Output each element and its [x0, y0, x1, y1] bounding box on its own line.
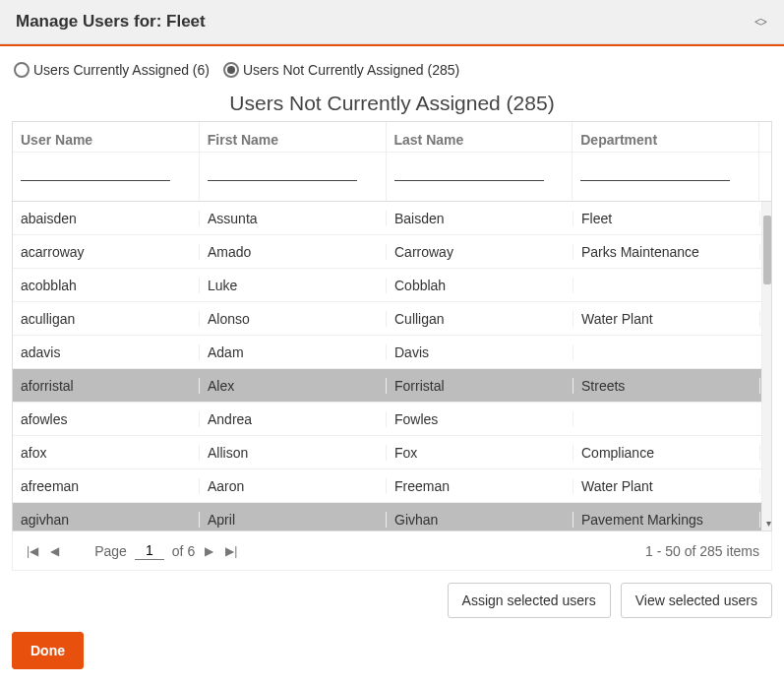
lastname-cell: Cobblah [387, 278, 573, 293]
firstname-cell: Adam [200, 344, 387, 360]
pager-next-icon[interactable]: ▶ [203, 544, 215, 558]
radio-icon [223, 62, 239, 78]
col-header-firstname[interactable]: First Name [200, 122, 387, 153]
radio-assigned[interactable]: Users Currently Assigned (6) [14, 62, 210, 78]
pager-page-label: Page [94, 543, 127, 559]
col-header-spacer [759, 122, 771, 153]
firstname-cell: Assunta [200, 211, 387, 226]
table-row[interactable]: abaisdenAssuntaBaisdenFleet [13, 202, 771, 235]
department-cell: Water Plant [573, 311, 760, 327]
table-row[interactable]: aculliganAlonsoCulliganWater Plant [13, 302, 771, 336]
dialog-header: Manage Users for: Fleet ︿﹀ [0, 0, 784, 44]
username-cell: aculligan [13, 311, 200, 327]
grid-pager: |◀ ◀ Page of 6 ▶ ▶| 1 - 50 of 285 items [12, 531, 772, 571]
department-cell: Compliance [573, 445, 760, 461]
firstname-cell: Amado [200, 244, 387, 260]
department-cell: Streets [573, 378, 760, 394]
username-cell: adavis [13, 344, 200, 360]
radio-not-assigned[interactable]: Users Not Currently Assigned (285) [223, 62, 459, 78]
table-row[interactable]: acobblahLukeCobblah [13, 269, 771, 302]
radio-not-assigned-label: Users Not Currently Assigned (285) [243, 62, 459, 78]
lastname-cell: Fowles [387, 411, 573, 427]
lastname-cell: Freeman [387, 478, 573, 494]
lastname-cell: Baisden [387, 211, 573, 226]
filter-username-input[interactable] [21, 156, 170, 181]
section-title: Users Not Currently Assigned (285) [0, 92, 784, 115]
username-cell: agivhan [13, 512, 200, 528]
scroll-down-icon[interactable]: ▾ [766, 518, 771, 529]
firstname-cell: Andrea [200, 411, 387, 427]
username-cell: afreeman [13, 478, 200, 494]
username-cell: aforristal [13, 378, 200, 394]
username-cell: abaisden [13, 211, 200, 226]
assign-selected-button[interactable]: Assign selected users [448, 583, 611, 618]
lastname-cell: Forristal [387, 378, 573, 394]
department-cell: Pavement Markings [573, 512, 760, 528]
department-cell: Water Plant [573, 478, 760, 494]
dialog-title: Manage Users for: Fleet [16, 12, 206, 31]
table-row[interactable]: afowlesAndreaFowles [13, 403, 771, 436]
lastname-cell: Carroway [387, 244, 573, 260]
username-cell: afowles [13, 411, 200, 427]
col-header-department[interactable]: Department [573, 122, 759, 153]
filter-firstname-input[interactable] [208, 156, 357, 181]
filter-lastname-input[interactable] [394, 156, 544, 181]
firstname-cell: Alonso [200, 311, 387, 327]
col-header-lastname[interactable]: Last Name [387, 122, 573, 153]
pager-controls: |◀ ◀ Page of 6 ▶ ▶| [25, 541, 239, 560]
firstname-cell: Luke [200, 278, 387, 293]
pager-summary: 1 - 50 of 285 items [645, 543, 759, 559]
pager-last-icon[interactable]: ▶| [223, 544, 239, 558]
done-button[interactable]: Done [12, 632, 84, 669]
col-header-username[interactable]: User Name [13, 122, 200, 153]
table-row[interactable]: aforristalAlexForristalStreets [13, 369, 771, 403]
firstname-cell: Allison [200, 445, 387, 461]
grid-header-row: User Name First Name Last Name Departmen… [13, 122, 771, 153]
table-row[interactable]: agivhanAprilGivhanPavement Markings [13, 503, 771, 530]
vertical-scrollbar[interactable]: ▾ [761, 202, 771, 530]
table-row[interactable]: acarrowayAmadoCarrowayParks Maintenance [13, 235, 771, 269]
firstname-cell: Alex [200, 378, 387, 394]
firstname-cell: April [200, 512, 387, 528]
pager-page-input[interactable] [135, 541, 164, 560]
lastname-cell: Fox [387, 445, 573, 461]
lastname-cell: Davis [387, 344, 573, 360]
username-cell: acobblah [13, 278, 200, 293]
radio-assigned-label: Users Currently Assigned (6) [33, 62, 210, 78]
pager-of-label: of 6 [172, 543, 195, 559]
lastname-cell: Culligan [387, 311, 573, 327]
table-row[interactable]: afoxAllisonFoxCompliance [13, 436, 771, 469]
firstname-cell: Aaron [200, 478, 387, 494]
username-cell: acarroway [13, 244, 200, 260]
department-cell: Parks Maintenance [573, 244, 760, 260]
lastname-cell: Givhan [387, 512, 573, 528]
users-grid: User Name First Name Last Name Departmen… [12, 121, 772, 531]
table-row[interactable]: afreemanAaronFreemanWater Plant [13, 469, 771, 503]
scroll-thumb[interactable] [763, 216, 771, 284]
radio-icon [14, 62, 30, 78]
pager-first-icon[interactable]: |◀ [25, 544, 40, 558]
department-cell: Fleet [573, 211, 760, 226]
expand-collapse-icon[interactable]: ︿﹀ [754, 15, 768, 29]
grid-filter-row [13, 153, 771, 202]
username-cell: afox [13, 445, 200, 461]
view-selected-button[interactable]: View selected users [621, 583, 772, 618]
table-row[interactable]: adavisAdamDavis [13, 336, 771, 369]
grid-body: abaisdenAssuntaBaisdenFleetacarrowayAmad… [13, 202, 771, 530]
assignment-radio-group: Users Currently Assigned (6) Users Not C… [0, 46, 784, 88]
pager-prev-icon[interactable]: ◀ [48, 544, 61, 558]
action-buttons: Assign selected users View selected user… [0, 571, 784, 626]
filter-department-input[interactable] [580, 156, 730, 181]
